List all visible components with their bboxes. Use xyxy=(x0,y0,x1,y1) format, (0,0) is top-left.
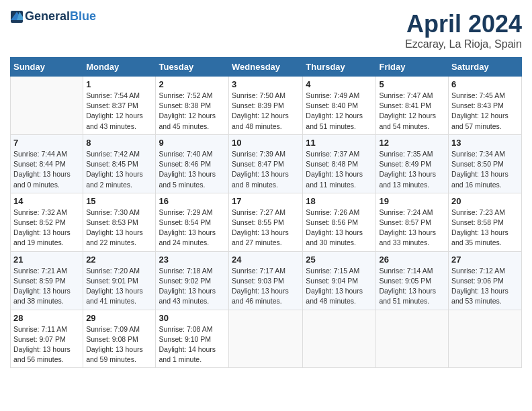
column-header-monday: Monday xyxy=(83,58,156,77)
day-cell: 21Sunrise: 7:21 AMSunset: 8:59 PMDayligh… xyxy=(11,251,83,310)
logo-icon xyxy=(10,10,24,24)
day-info: Sunrise: 7:20 AMSunset: 9:01 PMDaylight:… xyxy=(86,266,152,307)
day-number: 25 xyxy=(306,255,373,265)
day-cell: 22Sunrise: 7:20 AMSunset: 9:01 PMDayligh… xyxy=(83,251,156,310)
day-cell xyxy=(303,310,376,368)
day-info: Sunrise: 7:21 AMSunset: 8:59 PMDaylight:… xyxy=(13,266,80,307)
day-info: Sunrise: 7:12 AMSunset: 9:06 PMDaylight:… xyxy=(451,266,519,307)
day-number: 2 xyxy=(159,79,226,89)
day-cell xyxy=(229,310,303,368)
day-number: 29 xyxy=(86,313,152,323)
day-info: Sunrise: 7:18 AMSunset: 9:02 PMDaylight:… xyxy=(159,266,226,307)
day-info: Sunrise: 7:30 AMSunset: 8:53 PMDaylight:… xyxy=(86,208,152,248)
day-number: 16 xyxy=(159,196,226,206)
day-info: Sunrise: 7:35 AMSunset: 8:49 PMDaylight:… xyxy=(379,149,445,190)
week-row-4: 21Sunrise: 7:21 AMSunset: 8:59 PMDayligh… xyxy=(11,251,522,310)
week-row-5: 28Sunrise: 7:11 AMSunset: 9:07 PMDayligh… xyxy=(11,310,522,368)
day-number: 21 xyxy=(13,255,80,265)
column-header-saturday: Saturday xyxy=(449,58,522,77)
day-number: 22 xyxy=(86,255,152,265)
week-row-1: 1Sunrise: 7:54 AMSunset: 8:37 PMDaylight… xyxy=(11,77,522,135)
day-number: 28 xyxy=(13,313,80,323)
day-cell: 25Sunrise: 7:15 AMSunset: 9:04 PMDayligh… xyxy=(303,251,376,310)
day-info: Sunrise: 7:52 AMSunset: 8:38 PMDaylight:… xyxy=(159,91,226,132)
day-number: 8 xyxy=(86,138,152,148)
day-info: Sunrise: 7:54 AMSunset: 8:37 PMDaylight:… xyxy=(86,91,152,132)
day-cell: 18Sunrise: 7:26 AMSunset: 8:56 PMDayligh… xyxy=(303,193,376,251)
day-cell: 6Sunrise: 7:45 AMSunset: 8:43 PMDaylight… xyxy=(449,77,522,135)
day-info: Sunrise: 7:49 AMSunset: 8:40 PMDaylight:… xyxy=(306,91,373,132)
day-cell: 27Sunrise: 7:12 AMSunset: 9:06 PMDayligh… xyxy=(449,251,522,310)
title-block: April 2024 Ezcaray, La Rioja, Spain xyxy=(405,10,522,50)
page-header: GeneralBlue April 2024 Ezcaray, La Rioja… xyxy=(10,10,522,50)
day-number: 10 xyxy=(232,138,300,148)
day-cell: 14Sunrise: 7:32 AMSunset: 8:52 PMDayligh… xyxy=(11,193,83,251)
column-header-thursday: Thursday xyxy=(303,58,376,77)
day-number: 11 xyxy=(306,138,373,148)
day-cell xyxy=(11,77,83,135)
week-row-3: 14Sunrise: 7:32 AMSunset: 8:52 PMDayligh… xyxy=(11,193,522,251)
day-info: Sunrise: 7:26 AMSunset: 8:56 PMDaylight:… xyxy=(306,208,373,248)
day-cell: 24Sunrise: 7:17 AMSunset: 9:03 PMDayligh… xyxy=(229,251,303,310)
column-header-tuesday: Tuesday xyxy=(156,58,229,77)
day-number: 6 xyxy=(451,79,519,89)
day-cell: 29Sunrise: 7:09 AMSunset: 9:08 PMDayligh… xyxy=(83,310,156,368)
day-info: Sunrise: 7:37 AMSunset: 8:48 PMDaylight:… xyxy=(306,149,373,190)
day-cell: 20Sunrise: 7:23 AMSunset: 8:58 PMDayligh… xyxy=(449,193,522,251)
day-cell: 30Sunrise: 7:08 AMSunset: 9:10 PMDayligh… xyxy=(156,310,229,368)
day-number: 12 xyxy=(379,138,445,148)
day-cell: 15Sunrise: 7:30 AMSunset: 8:53 PMDayligh… xyxy=(83,193,156,251)
day-info: Sunrise: 7:17 AMSunset: 9:03 PMDaylight:… xyxy=(232,266,300,307)
day-number: 5 xyxy=(379,79,445,89)
day-info: Sunrise: 7:50 AMSunset: 8:39 PMDaylight:… xyxy=(232,91,300,132)
day-info: Sunrise: 7:14 AMSunset: 9:05 PMDaylight:… xyxy=(379,266,445,307)
day-number: 24 xyxy=(232,255,300,265)
day-number: 30 xyxy=(159,313,226,323)
day-info: Sunrise: 7:47 AMSunset: 8:41 PMDaylight:… xyxy=(379,91,445,132)
day-number: 7 xyxy=(13,138,80,148)
day-cell: 5Sunrise: 7:47 AMSunset: 8:41 PMDaylight… xyxy=(376,77,449,135)
day-info: Sunrise: 7:40 AMSunset: 8:46 PMDaylight:… xyxy=(159,149,226,190)
day-info: Sunrise: 7:11 AMSunset: 9:07 PMDaylight:… xyxy=(13,324,80,365)
day-cell: 10Sunrise: 7:39 AMSunset: 8:47 PMDayligh… xyxy=(229,134,303,193)
day-info: Sunrise: 7:27 AMSunset: 8:55 PMDaylight:… xyxy=(232,208,300,248)
day-cell xyxy=(376,310,449,368)
day-info: Sunrise: 7:23 AMSunset: 8:58 PMDaylight:… xyxy=(451,208,519,248)
logo-text: GeneralBlue xyxy=(25,10,96,24)
month-title: April 2024 xyxy=(405,10,522,38)
day-cell xyxy=(449,310,522,368)
day-info: Sunrise: 7:34 AMSunset: 8:50 PMDaylight:… xyxy=(451,149,519,190)
day-number: 26 xyxy=(379,255,445,265)
column-headers: SundayMondayTuesdayWednesdayThursdayFrid… xyxy=(11,58,522,77)
column-header-sunday: Sunday xyxy=(11,58,83,77)
day-number: 23 xyxy=(159,255,226,265)
day-info: Sunrise: 7:42 AMSunset: 8:45 PMDaylight:… xyxy=(86,149,152,190)
day-info: Sunrise: 7:29 AMSunset: 8:54 PMDaylight:… xyxy=(159,208,226,248)
day-info: Sunrise: 7:39 AMSunset: 8:47 PMDaylight:… xyxy=(232,149,300,190)
day-number: 18 xyxy=(306,196,373,206)
day-cell: 4Sunrise: 7:49 AMSunset: 8:40 PMDaylight… xyxy=(303,77,376,135)
day-info: Sunrise: 7:08 AMSunset: 9:10 PMDaylight:… xyxy=(159,324,226,365)
day-number: 19 xyxy=(379,196,445,206)
day-cell: 16Sunrise: 7:29 AMSunset: 8:54 PMDayligh… xyxy=(156,193,229,251)
day-cell: 2Sunrise: 7:52 AMSunset: 8:38 PMDaylight… xyxy=(156,77,229,135)
logo: GeneralBlue xyxy=(10,10,96,24)
day-cell: 23Sunrise: 7:18 AMSunset: 9:02 PMDayligh… xyxy=(156,251,229,310)
day-cell: 13Sunrise: 7:34 AMSunset: 8:50 PMDayligh… xyxy=(449,134,522,193)
column-header-wednesday: Wednesday xyxy=(229,58,303,77)
day-info: Sunrise: 7:09 AMSunset: 9:08 PMDaylight:… xyxy=(86,324,152,365)
day-number: 13 xyxy=(451,138,519,148)
day-cell: 19Sunrise: 7:24 AMSunset: 8:57 PMDayligh… xyxy=(376,193,449,251)
day-number: 20 xyxy=(451,196,519,206)
day-cell: 12Sunrise: 7:35 AMSunset: 8:49 PMDayligh… xyxy=(376,134,449,193)
day-cell: 26Sunrise: 7:14 AMSunset: 9:05 PMDayligh… xyxy=(376,251,449,310)
day-info: Sunrise: 7:32 AMSunset: 8:52 PMDaylight:… xyxy=(13,208,80,248)
day-info: Sunrise: 7:44 AMSunset: 8:44 PMDaylight:… xyxy=(13,149,80,190)
day-number: 1 xyxy=(86,79,152,89)
day-number: 14 xyxy=(13,196,80,206)
day-cell: 7Sunrise: 7:44 AMSunset: 8:44 PMDaylight… xyxy=(11,134,83,193)
calendar-table: SundayMondayTuesdayWednesdayThursdayFrid… xyxy=(10,57,522,368)
column-header-friday: Friday xyxy=(376,58,449,77)
location: Ezcaray, La Rioja, Spain xyxy=(405,38,522,50)
day-cell: 8Sunrise: 7:42 AMSunset: 8:45 PMDaylight… xyxy=(83,134,156,193)
